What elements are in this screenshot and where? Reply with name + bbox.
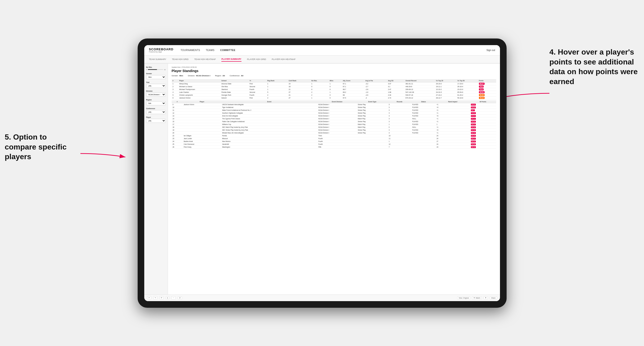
h-cell-type: Match Play [357, 126, 388, 129]
col-conf-rank: Conf Rank [288, 79, 310, 82]
h-cell-event: Mirabel Maui Jim Intercollegiate [221, 131, 318, 134]
table-row[interactable]: 2 Michael La Sasso Ole Miss Second 1 18 … [172, 85, 496, 88]
left-arrow [78, 142, 130, 165]
h-cell-wpoints[interactable]: 59.96 [470, 143, 496, 146]
sign-out-link[interactable]: Sign out [486, 49, 495, 51]
tab-team-summary[interactable]: TEAM SUMMARY [149, 57, 166, 61]
h-cell-event: Southern Highlands Collegiate [221, 112, 318, 114]
division-select[interactable]: NCAA Division I [146, 93, 166, 97]
h-cell-num: 20 [172, 131, 183, 134]
cell-avg-sg: 2.47 [387, 88, 404, 91]
h-cell-wpoints[interactable]: 66.40 [470, 131, 496, 134]
h-cell-rank: +1 [436, 103, 470, 106]
tab-team-h2h-grid[interactable]: TEAM H2H GRID [172, 57, 189, 61]
h-cell-rank: +0 [436, 114, 470, 117]
h-col-division: Event Division [318, 100, 357, 103]
watch-btn[interactable]: 👁 Watch [472, 296, 482, 300]
h-cell-wpoints[interactable]: 60.27 [470, 137, 496, 140]
h-cell-wpoints[interactable]: 46.7 [470, 109, 496, 112]
nav-tournaments[interactable]: TOURNAMENTS [180, 48, 200, 52]
tab-player-h2h-grid[interactable]: PLAYER H2H GRID [247, 57, 266, 61]
col-num: # [172, 79, 178, 82]
h-cell-player [183, 117, 221, 120]
cell-points[interactable]: 68.94 [478, 91, 496, 94]
cell-points[interactable]: 58.18 [478, 96, 496, 99]
standings-table: # Player School Yr Reg Rank Conf Rank No… [172, 79, 496, 99]
refresh-btn[interactable]: ⟳ [160, 296, 164, 300]
hover-row: 23 Jack Lundin Missouri Fourth 11 24 60.… [172, 137, 496, 140]
h-cell-rounds: 3 [388, 109, 412, 112]
tab-team-h2h-heatmap[interactable]: TEAM H2H HEATMAP [194, 57, 216, 61]
cell-player: Michael La Sasso [178, 85, 220, 88]
timer-btn[interactable]: ⏱ [178, 296, 182, 300]
redo-btn[interactable]: ↪ [153, 296, 158, 300]
tab-player-h2h-heatmap[interactable]: PLAYER H2H HEATMAP [272, 57, 296, 61]
h-cell-player [183, 114, 221, 117]
col-school: School [220, 79, 248, 82]
h-cell-rank: 1 [436, 123, 470, 126]
cell-points[interactable]: 76.2 [478, 85, 496, 88]
cell-vs25: 28-12-7 [435, 96, 456, 99]
tab-player-summary[interactable]: PLAYER SUMMARY [221, 57, 241, 62]
slider-track[interactable] [148, 69, 163, 70]
cell-conf-rank: 21 [288, 94, 310, 96]
h-cell-wpoints[interactable]: 53.60 [470, 106, 496, 109]
table-row[interactable]: 4 Luke Clanton Florida State Second 5 27… [172, 91, 496, 94]
h-cell-status: PLAYED [411, 120, 436, 123]
table-row[interactable]: 1 Wenyi Ding Arizona State First 1 15 1 … [172, 82, 496, 85]
h-cell-wpoints[interactable]: 20.64 [470, 103, 496, 106]
gender-select[interactable]: Men [146, 75, 166, 79]
undo-btn[interactable]: ↩ [147, 296, 151, 300]
share-btn[interactable]: Share [490, 296, 497, 300]
nav-committee[interactable]: COMMITTEE [220, 48, 236, 52]
cell-school: Arizona State [220, 82, 248, 85]
more-btn[interactable]: ⋯ [171, 296, 176, 300]
filter-row: Gender: Men Division: NCAA Division I Re… [172, 75, 496, 77]
h-cell-wpoints[interactable]: 57.57 [470, 114, 496, 117]
cell-yr: Second [248, 85, 266, 88]
view-original-btn[interactable]: View: Original [457, 296, 470, 300]
cell-points[interactable]: 60.49 [478, 94, 496, 96]
h-cell-rank: 27 [436, 140, 470, 143]
h-cell-wpoints[interactable]: 30.47 [470, 123, 496, 126]
conference-select[interactable]: (All) [146, 110, 166, 114]
table-row[interactable]: 5 Christo Lamprecht Georgia Tech Fourth … [172, 94, 496, 96]
copy-btn[interactable]: ⎘ [166, 296, 169, 300]
filter-conference: Conference: All [230, 75, 243, 77]
cell-points[interactable]: 88.27 [478, 82, 496, 85]
nav-teams[interactable]: TEAMS [206, 48, 214, 52]
h-cell-player [183, 123, 221, 126]
hover-row: 12 Southern Highlands Collegiate NCAA Di… [172, 112, 496, 114]
h-cell-wpoints[interactable]: 58.49 [470, 146, 496, 148]
h-cell-wpoints[interactable]: 60.58 [470, 134, 496, 137]
cell-school: Auburn [220, 96, 248, 99]
download-btn[interactable]: ⬇ [484, 296, 488, 300]
logo-text: SCOREBOARD [149, 47, 174, 51]
h-cell-type [357, 134, 388, 137]
h-cell-wpoints[interactable]: 73.53 [470, 112, 496, 114]
player-select[interactable]: (All) [146, 119, 166, 123]
hover-row: 26 Pete Hruby Washington Fifth 7 23 58.4… [172, 146, 496, 148]
region-select[interactable]: N/A [146, 101, 166, 105]
h-cell-status: PLAYED [411, 103, 436, 106]
h-cell-rounds: 3 [388, 114, 412, 117]
h-cell-wpoints[interactable]: 16.92 [470, 120, 496, 123]
cell-points[interactable]: 70.2 [478, 88, 496, 91]
h-cell-wpoints[interactable]: 54.18 [470, 129, 496, 131]
cell-player: Wenyi Ding [178, 82, 220, 85]
h-cell-rounds: 3 [388, 120, 412, 123]
year-select[interactable]: (All) [146, 84, 166, 88]
h-cell-rank: +1 [436, 120, 470, 123]
h-cell-wpoints[interactable]: 24.11 [470, 117, 496, 120]
filter-conference-value: All [241, 75, 243, 77]
h-col-rounds: Rounds [388, 100, 412, 103]
h-cell-division: Fourth [318, 137, 357, 140]
h-cell-wpoints[interactable]: 25.36 [470, 126, 496, 129]
table-row[interactable]: 6 Jackson Kohon Auburn First 2 27 1 0 67… [172, 96, 496, 99]
h-cell-num: 15 [172, 120, 183, 123]
h-cell-wpoints[interactable]: 60.02 [470, 140, 496, 143]
hover-row: 25 Cole Sherwood Vanderbilt Fourth 12 24… [172, 143, 496, 146]
h-cell-rounds: 3 [388, 117, 412, 120]
cell-player: Christo Lamprecht [178, 94, 220, 96]
table-row[interactable]: 3 Michael Thorbjornsen Stanford Fourth 1… [172, 88, 496, 91]
